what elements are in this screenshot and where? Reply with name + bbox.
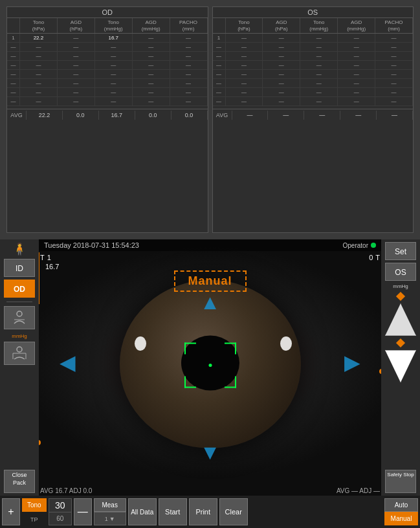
arrow-right-icon[interactable]: ▶ (344, 350, 360, 375)
col-tono-mmhg: Tono(mmHg) (95, 18, 133, 33)
align-icon-button[interactable] (4, 306, 35, 329)
manual-mode-label: Manual (173, 270, 246, 292)
col-agd-hpa: AGD(hPa) (58, 18, 95, 33)
auto-manual-group: Auto Manual (384, 498, 418, 525)
arrow-left-icon[interactable]: ◀ (60, 350, 76, 375)
align2-icon-button[interactable] (4, 342, 35, 365)
datetime-bar: Tuesday 2018-07-31 15:54:23 Operator (39, 239, 381, 251)
os-header: OS (213, 7, 414, 18)
align-figure-icon (10, 311, 28, 325)
os-avg-pacho: — (377, 111, 413, 120)
reticle-corner-tr (225, 343, 236, 355)
top-panel: OD Tono(hPa) AGD(hPa) Tono(mmHg) AGD(mmH… (0, 0, 420, 239)
table-row: —————— (213, 43, 414, 52)
col-agd-mmhg: AGD(mmHg) (133, 18, 170, 33)
meas-value: 1 (105, 516, 108, 522)
table-row: —————— (7, 97, 208, 106)
os-col-headers: Tono(hPa) AGD(hPa) Tono(mmHg) AGD(mmHg) … (213, 18, 414, 34)
t-right-label: T (375, 254, 380, 261)
col-pacho: PACHO(mm) (375, 18, 413, 33)
plus-button[interactable]: + (2, 498, 20, 525)
arrow-up-icon[interactable]: ▲ (200, 291, 221, 314)
minus-button[interactable]: — (74, 498, 92, 525)
meas-dropdown-icon: ▼ (109, 516, 115, 522)
all-data-button[interactable]: All Data (128, 498, 157, 525)
clear-button[interactable]: Clear (219, 498, 248, 525)
tono-value-display: 30 60 (49, 498, 72, 525)
table-row: —————— (7, 52, 208, 61)
table-row: —————— (7, 61, 208, 70)
align-figure2-icon (10, 346, 28, 360)
up-arrow-button[interactable] (385, 303, 416, 336)
table-row: 1————— (213, 34, 414, 43)
od-button[interactable]: OD (4, 280, 35, 298)
meas-label: Meas (94, 498, 126, 512)
mmhg-label-right: mmHg (393, 283, 408, 289)
avg-label: AVG (213, 111, 232, 120)
os-avg-agd-mmhg: — (340, 111, 377, 120)
t-left-num: 1 (47, 254, 51, 261)
manual-button[interactable]: Manual (384, 512, 418, 525)
col-pacho: PACHO(mm) (170, 18, 208, 33)
od-col-headers: Tono(hPa) AGD(hPa) Tono(mmHg) AGD(mmHg) … (7, 18, 208, 34)
set-button[interactable]: Set (385, 242, 416, 260)
meas-value-row[interactable]: 1 ▼ (94, 512, 126, 525)
close-pack-button[interactable]: Close Pack (4, 470, 35, 493)
eye-camera-view: ▲ ▼ ◀ ▶ Manual (39, 239, 381, 496)
bottom-panel: 🧍 ID OD mmHg Close Pack Set (0, 239, 420, 528)
svg-point-2 (17, 347, 22, 352)
t-left-label: T (40, 254, 45, 261)
person-icon: 🧍 (12, 242, 27, 256)
t-value-left: 16.7 (45, 263, 59, 270)
os-avg-tono-hpa: — (232, 111, 269, 120)
avg-display-left: AVG 16.7 ADJ 0.0 (40, 487, 92, 494)
col-agd-mmhg: AGD(mmHg) (338, 18, 375, 33)
table-row: —————— (7, 88, 208, 97)
tono-number-top: 30 (49, 499, 71, 512)
id-button[interactable]: ID (4, 259, 35, 277)
col-tono-hpa: Tono(hPa) (226, 18, 263, 33)
diamond-indicator-mid (396, 338, 405, 347)
eye-background: ▲ ▼ ◀ ▶ Manual (39, 239, 381, 496)
t-right-num: 0 (369, 254, 373, 261)
table-row: —————— (7, 79, 208, 88)
meas-group: Meas 1 ▼ (94, 498, 126, 525)
col-tono-hpa: Tono(hPa) (20, 18, 58, 33)
od-table: OD Tono(hPa) AGD(hPa) Tono(mmHg) AGD(mmH… (6, 6, 208, 233)
svg-point-0 (17, 311, 22, 316)
operator-area: Operator (343, 242, 376, 249)
tono-group: Tono TP (22, 498, 47, 525)
reticle-corner-tl (184, 343, 196, 355)
mmhg-label-left: mmHg (12, 333, 27, 339)
table-row: —————— (7, 70, 208, 79)
bottom-controls: + Tono TP 30 60 — Meas 1 ▼ All Data Star… (0, 496, 420, 528)
tono-number-bot: 60 (49, 512, 71, 525)
auto-button[interactable]: Auto (384, 498, 418, 512)
t-indicator-left: T 1 (40, 254, 51, 261)
col-num (213, 18, 226, 33)
os-avg-row: AVG — — — — — (213, 109, 414, 120)
avg-tono-mmhg: 16.7 (99, 111, 135, 120)
down-arrow-button[interactable] (385, 350, 416, 382)
avg-label: AVG (7, 111, 27, 120)
os-avg-agd-hpa: — (268, 111, 304, 120)
os-button[interactable]: OS (385, 263, 416, 281)
col-agd-hpa: AGD(hPa) (263, 18, 300, 33)
safety-stop-button[interactable]: Safety Stop (385, 470, 416, 493)
od-header: OD (7, 7, 208, 18)
datetime-text: Tuesday 2018-07-31 15:54:23 (44, 241, 139, 249)
table-row: —————— (213, 97, 414, 106)
print-button[interactable]: Print (189, 498, 217, 525)
table-row: —————— (7, 43, 208, 52)
reticle-center-dot (208, 364, 212, 367)
avg-agd-hpa: 0.0 (63, 111, 99, 120)
col-num (7, 18, 20, 33)
right-sidebar: Set OS mmHg Safety Stop (381, 239, 420, 496)
os-avg-tono-mmhg: — (304, 111, 340, 120)
operator-status-indicator (371, 243, 376, 248)
table-row: —————— (213, 88, 414, 97)
col-tono-mmhg: Tono(mmHg) (300, 18, 338, 33)
separator (6, 302, 32, 302)
arrow-down-icon[interactable]: ▼ (200, 441, 221, 465)
start-button[interactable]: Start (159, 498, 187, 525)
